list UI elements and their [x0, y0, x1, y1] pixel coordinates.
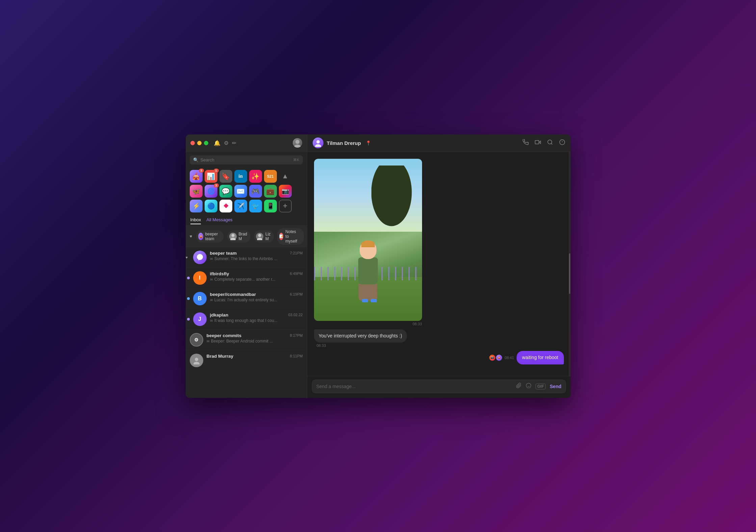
chat-item-brad[interactable]: Brad Murray 8:11PM [186, 350, 307, 371]
app-instagram[interactable]: 📷 [279, 185, 292, 198]
app-discord[interactable]: 🎮 [249, 185, 262, 198]
chat-content-commits: beeper commits 8:17PM ✉ Beeper: Beeper A… [207, 333, 303, 344]
gear-icon[interactable]: ⚙ [224, 140, 229, 146]
chat-time: 6:49PM [290, 272, 303, 276]
chat-content-jdkaplan: jdkaplan 03.02.22 ✉ It was long enough a… [210, 312, 303, 323]
unread-indicator [187, 318, 190, 321]
chat-item-commits[interactable]: ⚙ beeper commits 8:17PM ✉ Beeper: Beeper… [186, 330, 307, 350]
chat-item-commandbar[interactable]: B beeper//commandbar 6:19PM ✉ Lucas: I'm… [186, 288, 307, 309]
heart-icon: ♥ [186, 255, 188, 259]
search-bar[interactable]: 🔍 ⌘K [190, 155, 303, 164]
pinned-brad-avatar [229, 233, 237, 240]
chat-name: beeper commits [207, 333, 242, 338]
svg-point-0 [295, 140, 299, 144]
status-icon: 📍 [366, 141, 371, 146]
svg-point-3 [230, 238, 236, 240]
traffic-lights [190, 141, 208, 145]
message-avatars: 📷 🎪 [489, 355, 502, 361]
pinned-notes-avatar: 📝 [279, 233, 283, 240]
minimize-button[interactable] [197, 141, 202, 145]
close-button[interactable] [190, 141, 195, 145]
tab-inbox[interactable]: Inbox [190, 217, 201, 224]
scrollbar-thumb[interactable] [569, 253, 570, 294]
search-button[interactable] [547, 139, 553, 147]
apps-row-2: 🦋 🌀 3 💬 ✉️ 🎮 💼 📷 [190, 185, 303, 198]
collapse-button[interactable]: ▲ [279, 170, 292, 183]
pinned-liz[interactable]: Liz M [254, 230, 274, 243]
chat-name: jdkaplan [210, 312, 229, 318]
compose-icon[interactable]: ✏ [232, 140, 236, 146]
svg-point-1 [294, 145, 301, 148]
outgoing-time: 08:41 [505, 356, 514, 360]
svg-point-12 [548, 140, 552, 144]
user-avatar[interactable] [293, 138, 302, 148]
app-shape2[interactable]: 🦋 [190, 185, 203, 198]
tab-all-messages[interactable]: All Messages [206, 217, 232, 224]
app-linkedin[interactable]: in [234, 170, 247, 183]
add-service-button[interactable]: + [279, 200, 292, 212]
incoming-message-text: You've interrupted very deep thoughts :) [319, 333, 402, 338]
bell-icon[interactable]: 🔔 [214, 140, 220, 146]
svg-line-13 [551, 143, 552, 144]
sidebar: 🔔 ⚙ ✏ 🔍 ⌘K 🎪 3 📊 1 [186, 134, 307, 398]
call-button[interactable] [523, 139, 529, 147]
app-slack[interactable]: ❖ [219, 200, 232, 212]
app-beeper[interactable]: 🎪 3 [190, 170, 203, 183]
chat-time: 8:17PM [290, 333, 303, 337]
chat-avatar-commits: ⚙ [190, 333, 203, 347]
app-imessage[interactable]: 💬 [219, 185, 232, 198]
search-input[interactable] [201, 157, 291, 162]
chat-content-beeper: beeper team 7:21PM ✉ Sumner: The links t… [210, 251, 303, 261]
outgoing-message-container: 📷 🎪 08:41 waiting for reboot [314, 351, 564, 364]
app-gchat[interactable]: 💼 [264, 185, 277, 198]
chat-time: 6:19PM [290, 292, 303, 296]
chat-list: ♥ beeper team 7:21PM ✉ Sumner: The links… [186, 247, 307, 398]
outgoing-message-text: waiting for reboot [522, 355, 558, 360]
pinned-brad[interactable]: Brad M [227, 230, 251, 243]
chat-content-commandbar: beeper//commandbar 6:19PM ✉ Lucas: I'm a… [210, 292, 303, 302]
pinned-beeper-team[interactable]: 🎪 beeper team [196, 230, 224, 243]
chat-time: 8:11PM [290, 354, 303, 358]
app-circle[interactable]: 🔵 [205, 200, 217, 212]
app-multi[interactable]: ✨ [249, 170, 262, 183]
app-twitter[interactable]: 🐦 [249, 200, 262, 212]
info-button[interactable] [559, 139, 565, 147]
emoji-button[interactable] [526, 383, 531, 390]
messages-wrapper: 08:33 You've interrupted very deep thoug… [307, 152, 571, 376]
app-telegram[interactable]: ✈️ [234, 200, 247, 212]
maximize-button[interactable] [204, 141, 208, 145]
svg-point-17 [526, 383, 531, 388]
image-timestamp: 08:33 [314, 322, 422, 326]
svg-point-9 [315, 144, 321, 147]
app-whatsapp[interactable]: 📱 [264, 200, 277, 212]
app-shape3[interactable]: 🌀 3 [205, 185, 217, 198]
chat-item-beeper-team[interactable]: ♥ beeper team 7:21PM ✉ Sumner: The links… [186, 247, 307, 268]
chat-preview: ✉ Beeper: Beeper Android commit ... [207, 339, 303, 344]
incoming-message-container: You've interrupted very deep thoughts :)… [314, 329, 564, 348]
chat-item-jdkaplan[interactable]: J jdkaplan 03.02.22 ✉ It was long enough… [186, 309, 307, 330]
outgoing-message-inner: 📷 🎪 08:41 waiting for reboot [489, 351, 564, 364]
incoming-message-time: 08:33 [317, 344, 326, 348]
app-bookmark[interactable]: 🔖 [219, 170, 232, 183]
beeper-avatar-tiny: 🎪 [496, 355, 502, 361]
svg-point-4 [258, 234, 261, 237]
apps-row-1: 🎪 3 📊 1 🔖 in ✨ S21 ▲ [190, 170, 303, 183]
svg-point-2 [231, 234, 234, 237]
pinned-notes[interactable]: 📝 Notes to myself [277, 228, 304, 245]
app-stats[interactable]: 📊 1 [205, 170, 217, 183]
search-icon: 🔍 [193, 157, 199, 162]
message-input[interactable] [316, 384, 514, 389]
send-button[interactable]: Send [550, 384, 561, 389]
chat-item-ifbirdsfly[interactable]: I ifbirdsfly 6:49PM ✉ Completely separat… [186, 268, 307, 288]
app-messenger[interactable]: ⚡ [190, 200, 203, 212]
image-message: 08:33 [314, 159, 422, 326]
attachment-button[interactable] [516, 383, 522, 390]
pinned-brad-label: Brad M [239, 232, 247, 241]
gif-button[interactable]: GIF [536, 383, 546, 389]
unread-indicator [187, 277, 190, 279]
app-s21[interactable]: S21 [264, 170, 277, 183]
video-button[interactable] [535, 139, 541, 147]
app-messages[interactable]: ✉️ [234, 185, 247, 198]
search-shortcut: ⌘K [293, 158, 299, 162]
chat-time: 03.02.22 [288, 313, 303, 317]
